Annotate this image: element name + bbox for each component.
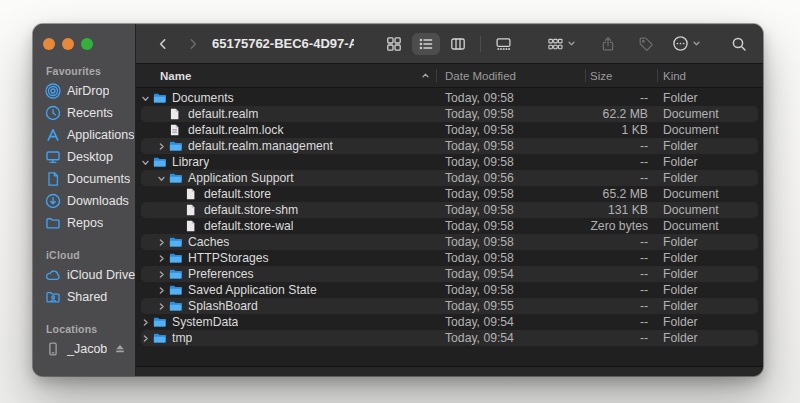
disclosure-closed-icon[interactable] — [154, 254, 168, 263]
file-date-modified: Today, 09:54 — [437, 315, 586, 329]
sidebar-item-label: Recents — [67, 106, 113, 120]
file-name: default.realm — [188, 107, 258, 121]
chevron-down-icon — [567, 39, 576, 48]
file-kind: Folder — [658, 331, 763, 345]
sidebar-item-documents[interactable]: Documents — [33, 168, 135, 190]
column-header-date-modified[interactable]: Date Modified — [437, 64, 586, 87]
file-row-default-realm-lock[interactable]: default.realm.lockToday, 09:581 KBDocume… — [136, 122, 763, 138]
disclosure-closed-icon[interactable] — [138, 334, 152, 343]
file-row-systemdata[interactable]: SystemDataToday, 09:54--Folder — [136, 314, 763, 330]
gallery-view-button[interactable] — [489, 33, 517, 55]
file-name: tmp — [172, 331, 192, 345]
file-kind: Folder — [658, 315, 763, 329]
finder-window: FavouritesAirDropRecentsApplicationsDesk… — [33, 24, 763, 376]
desktop-icon — [45, 149, 61, 165]
file-row-splashboard[interactable]: SplashBoardToday, 09:55--Folder — [136, 298, 763, 314]
file-row-default-store-wal[interactable]: default.store-walToday, 09:58Zero bytesD… — [136, 218, 763, 234]
file-kind: Folder — [658, 235, 763, 249]
disclosure-closed-icon[interactable] — [154, 238, 168, 247]
file-size: -- — [586, 267, 658, 281]
file-row-default-realm[interactable]: default.realmToday, 09:5862.2 MBDocument — [136, 106, 763, 122]
disclosure-closed-icon[interactable] — [154, 302, 168, 311]
file-size: -- — [586, 331, 658, 345]
file-row-caches[interactable]: CachesToday, 09:58--Folder — [136, 234, 763, 250]
chevron-down-icon — [692, 39, 701, 48]
file-row-default-store-shm[interactable]: default.store-shmToday, 09:58131 KBDocum… — [136, 202, 763, 218]
list-view-button[interactable] — [412, 33, 440, 55]
file-date-modified: Today, 09:58 — [437, 123, 586, 137]
share-button[interactable] — [600, 36, 616, 52]
file-row-default-store[interactable]: default.storeToday, 09:5865.2 MBDocument — [136, 186, 763, 202]
sidebar-item-downloads[interactable]: Downloads — [33, 190, 135, 212]
file-row-application-support[interactable]: Application SupportToday, 09:56--Folder — [136, 170, 763, 186]
file-kind: Folder — [658, 251, 763, 265]
search-button[interactable] — [731, 36, 747, 52]
sidebar-item-label: Downloads — [67, 194, 129, 208]
disclosure-closed-icon[interactable] — [154, 142, 168, 151]
disclosure-closed-icon[interactable] — [154, 286, 168, 295]
zoom-button[interactable] — [81, 38, 93, 50]
folder-icon — [152, 315, 169, 329]
file-row-default-realm-management[interactable]: default.realm.managementToday, 09:58--Fo… — [136, 138, 763, 154]
group-button[interactable] — [547, 36, 576, 52]
sidebar-item-jacob[interactable]: _Jacob — [33, 338, 135, 360]
column-header-size[interactable]: Size — [586, 64, 658, 87]
disclosure-open-icon[interactable] — [138, 94, 152, 103]
sidebar-item-desktop[interactable]: Desktop — [33, 146, 135, 168]
file-date-modified: Today, 09:58 — [437, 155, 586, 169]
file-size: -- — [586, 171, 658, 185]
group-icon — [547, 36, 564, 52]
recents-icon — [45, 105, 61, 121]
file-size: 131 KB — [586, 203, 658, 217]
document-page-icon — [45, 171, 61, 187]
document-icon — [184, 203, 201, 217]
sidebar-item-applications[interactable]: Applications — [33, 124, 135, 146]
file-kind: Folder — [658, 91, 763, 105]
share-icon — [600, 36, 616, 52]
folder-outline-icon — [45, 215, 61, 231]
disclosure-open-icon[interactable] — [138, 158, 152, 167]
folder-icon — [168, 283, 185, 297]
file-row-saved-application-state[interactable]: Saved Application StateToday, 09:58--Fol… — [136, 282, 763, 298]
file-size: -- — [586, 315, 658, 329]
file-row-tmp[interactable]: tmpToday, 09:54--Folder — [136, 330, 763, 346]
columns-view-button[interactable] — [444, 33, 472, 55]
forward-button[interactable] — [186, 37, 200, 51]
eject-icon[interactable] — [113, 342, 127, 356]
tag-icon — [638, 36, 654, 52]
column-header-name[interactable]: Name — [136, 64, 437, 87]
file-date-modified: Today, 09:58 — [437, 283, 586, 297]
folder-icon — [168, 267, 185, 281]
file-date-modified: Today, 09:58 — [437, 219, 586, 233]
sidebar-item-recents[interactable]: Recents — [33, 102, 135, 124]
search-icon — [731, 36, 747, 52]
file-row-httpstorages[interactable]: HTTPStoragesToday, 09:58--Folder — [136, 250, 763, 266]
file-size: -- — [586, 139, 658, 153]
file-row-preferences[interactable]: PreferencesToday, 09:54--Folder — [136, 266, 763, 282]
file-size: -- — [586, 299, 658, 313]
sidebar-item-repos[interactable]: Repos — [33, 212, 135, 234]
tag-button[interactable] — [638, 36, 654, 52]
folder-icon — [152, 91, 169, 105]
sidebar-item-label: Documents — [67, 172, 130, 186]
back-button[interactable] — [156, 37, 170, 51]
airdrop-icon — [45, 83, 61, 99]
window-title: 65175762-BEC6-4D97-A1CA-... — [212, 36, 354, 51]
file-date-modified: Today, 09:54 — [437, 331, 586, 345]
file-row-library[interactable]: LibraryToday, 09:58--Folder — [136, 154, 763, 170]
column-header-kind[interactable]: Kind — [658, 64, 763, 87]
disclosure-open-icon[interactable] — [154, 174, 168, 183]
folder-icon — [168, 171, 185, 185]
close-button[interactable] — [43, 38, 55, 50]
icon-view-button[interactable] — [380, 33, 408, 55]
disclosure-closed-icon[interactable] — [154, 270, 168, 279]
sidebar-item-shared[interactable]: Shared — [33, 286, 135, 308]
sidebar-item-airdrop[interactable]: AirDrop — [33, 80, 135, 102]
file-size: Zero bytes — [586, 219, 658, 233]
disclosure-closed-icon[interactable] — [138, 318, 152, 327]
file-row-documents[interactable]: DocumentsToday, 09:58--Folder — [136, 90, 763, 106]
sidebar-item-icloud-drive[interactable]: iCloud Drive — [33, 264, 135, 286]
minimize-button[interactable] — [62, 38, 74, 50]
more-actions-button[interactable] — [672, 35, 701, 52]
file-name: default.realm.management — [188, 139, 333, 153]
